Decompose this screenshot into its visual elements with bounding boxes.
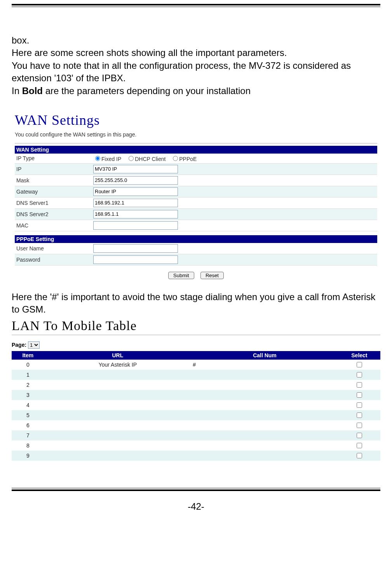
intro-line3: You have to note that in all the configu… (12, 59, 380, 85)
label-dns2: DNS Server2 (15, 208, 92, 220)
cell-url (44, 410, 192, 420)
radio-pppoe-label: PPPoE (179, 156, 197, 162)
cell-call-num: # (191, 360, 338, 370)
cell-item: 9 (12, 451, 44, 461)
lan-mobile-table: Item URL Call Num Select 0Your Asterisk … (12, 351, 380, 461)
cell-select (338, 390, 380, 400)
cell-call-num (191, 440, 338, 451)
wan-settings-screenshot: WAN Settings You could configure the WAN… (12, 109, 380, 282)
label-gateway: Gateway (15, 186, 92, 197)
radio-pppoe-input[interactable] (173, 156, 178, 161)
bottom-rule (12, 488, 380, 491)
button-row: Submit Reset (15, 272, 377, 279)
row-checkbox[interactable] (357, 423, 362, 428)
radio-pppoe[interactable]: PPPoE (171, 156, 197, 162)
cell-call-num (191, 370, 338, 380)
cell-url (44, 420, 192, 430)
page-number: -42- (12, 501, 380, 520)
cell-url (44, 430, 192, 440)
row-checkbox[interactable] (357, 382, 362, 388)
radio-fixed-ip-input[interactable] (95, 156, 100, 161)
cell-select (338, 380, 380, 390)
label-password: Password (15, 254, 92, 265)
pppoe-setting-header: PPPoE Setting (15, 235, 377, 243)
page-select[interactable]: 1 (28, 341, 40, 349)
row-checkbox[interactable] (357, 453, 362, 458)
password-input[interactable] (93, 255, 178, 264)
intro-line4-bold: Bold (22, 86, 43, 96)
radio-dhcp[interactable]: DHCP Client (127, 156, 166, 162)
cell-select (338, 420, 380, 430)
radio-fixed-ip[interactable]: Fixed IP (93, 156, 121, 162)
intro-line2: Here are some screen shots showing all t… (12, 47, 380, 59)
cell-call-num (191, 410, 338, 420)
pppoe-form-table: User Name Password (15, 243, 377, 266)
wan-divider (15, 143, 377, 143)
row-checkbox[interactable] (357, 362, 362, 367)
table-row: 7 (12, 430, 380, 440)
intro-line4-pre: In (12, 86, 22, 96)
th-item: Item (12, 351, 44, 360)
label-mask: Mask (15, 175, 92, 186)
cell-select (338, 400, 380, 410)
row-checkbox[interactable] (357, 433, 362, 438)
gateway-input[interactable] (93, 187, 178, 196)
cell-item: 4 (12, 400, 44, 410)
th-url: URL (44, 351, 192, 360)
radio-dhcp-input[interactable] (129, 156, 134, 161)
row-checkbox[interactable] (357, 372, 362, 378)
cell-url (44, 451, 192, 461)
cell-item: 8 (12, 440, 44, 451)
cell-call-num (191, 420, 338, 430)
lan-divider (12, 335, 380, 335)
cell-call-num (191, 400, 338, 410)
cell-item: 0 (12, 360, 44, 370)
row-checkbox[interactable] (357, 402, 362, 408)
cell-select (338, 430, 380, 440)
ip-input[interactable] (93, 165, 178, 173)
row-checkbox[interactable] (357, 412, 362, 418)
cell-call-num (191, 380, 338, 390)
row-checkbox[interactable] (357, 443, 362, 448)
label-dns1: DNS Server1 (15, 197, 92, 208)
wan-subtitle: You could configure the WAN settings in … (15, 131, 377, 138)
top-rule (12, 4, 380, 7)
label-ip: IP (15, 163, 92, 175)
mid-paragraph: Here the '#' is important to avoid the t… (12, 291, 380, 316)
table-row: 1 (12, 370, 380, 380)
lan-table-screenshot: LAN To Mobile Table Page: 1 Item URL Cal… (12, 318, 380, 461)
cell-select (338, 370, 380, 380)
cell-call-num (191, 430, 338, 440)
row-checkbox[interactable] (357, 392, 362, 398)
submit-button[interactable]: Submit (168, 272, 194, 279)
cell-url (44, 390, 192, 400)
intro-line1: box. (12, 34, 380, 47)
cell-item: 7 (12, 430, 44, 440)
cell-item: 6 (12, 420, 44, 430)
wan-setting-header: WAN Setting (15, 146, 377, 154)
intro-text: box. Here are some screen shots showing … (12, 34, 380, 97)
cell-item: 5 (12, 410, 44, 420)
table-row: 9 (12, 451, 380, 461)
cell-item: 2 (12, 380, 44, 390)
reset-button[interactable]: Reset (200, 272, 224, 279)
dns1-input[interactable] (93, 199, 178, 207)
wan-form-table: IP Type Fixed IP DHCP Client PPPoE IP Ma… (15, 154, 377, 231)
cell-call-num (191, 390, 338, 400)
cell-select (338, 451, 380, 461)
mac-input[interactable] (93, 221, 178, 230)
label-ip-type: IP Type (15, 154, 92, 164)
cell-item: 3 (12, 390, 44, 400)
cell-url (44, 370, 192, 380)
mask-input[interactable] (93, 176, 178, 185)
dns2-input[interactable] (93, 210, 178, 218)
label-username: User Name (15, 243, 92, 254)
ip-type-radios: Fixed IP DHCP Client PPPoE (92, 154, 377, 164)
cell-url (44, 380, 192, 390)
table-row: 4 (12, 400, 380, 410)
radio-fixed-ip-label: Fixed IP (101, 156, 121, 162)
cell-url (44, 400, 192, 410)
label-mac: MAC (15, 220, 92, 231)
th-call: Call Num (191, 351, 338, 360)
username-input[interactable] (93, 244, 178, 253)
